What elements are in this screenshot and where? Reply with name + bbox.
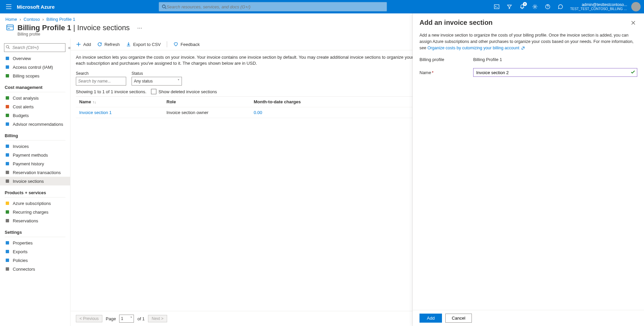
topbar-actions: 8 admin@testtestcontoso... TEST_TEST_CON… [491,1,641,12]
valid-check-icon [631,70,635,74]
billing-profile-label: Billing profile [419,57,473,62]
sidebar-item-iam[interactable]: Access control (IAM) [0,63,70,71]
svg-rect-21 [6,241,9,245]
svg-rect-9 [6,96,9,100]
svg-rect-24 [6,267,9,271]
page-select[interactable]: 1 ˅ [119,315,134,323]
account-info[interactable]: admin@testtestcontoso... TEST_TEST_CONTO… [570,2,627,11]
svg-rect-16 [6,171,9,174]
refresh-button[interactable]: Refresh [97,42,120,47]
sort-icon: ↑↓ [92,100,96,104]
cloud-shell-button[interactable] [491,1,502,12]
svg-rect-14 [6,153,9,157]
show-deleted-label: Show deleted invoice sections [158,89,217,94]
sidebar-item-invoices[interactable]: Invoices [0,142,70,151]
sidebar-item-cost-alerts[interactable]: Cost alerts [0,102,70,111]
connectors-icon [5,266,10,272]
sidebar-item-overview[interactable]: Overview [0,54,70,63]
invoice-section-name-input[interactable] [473,68,637,77]
sidebar-item-reservation-trans[interactable]: Reservation transactions [0,168,70,177]
svg-rect-15 [6,162,9,165]
sidebar-group-title: Products + services [0,189,70,197]
cloud-shell-icon [494,4,499,9]
payment-history-icon [5,161,10,166]
mtd-value[interactable]: 0.00 [254,110,262,115]
svg-rect-18 [6,202,9,205]
plus-icon [76,42,81,47]
sidebar-item-label: Azure subscriptions [13,201,51,206]
notifications-button[interactable]: 8 [516,1,528,12]
learn-more-link[interactable]: Organize costs by cutomizing your billin… [428,46,519,50]
chevron-down-icon: ˅ [130,316,132,321]
svg-rect-19 [6,210,9,214]
sidebar-item-label: Payment history [13,161,44,166]
col-header-role[interactable]: Role [163,97,250,107]
sidebar-item-subscriptions[interactable]: Azure subscriptions [0,199,70,208]
sidebar-item-label: Reservations [13,218,38,223]
blade-cancel-button[interactable]: Cancel [445,314,472,323]
sidebar-item-policies[interactable]: Policies [0,256,70,265]
menu-toggle-button[interactable] [3,1,14,12]
add-button[interactable]: Add [76,42,91,47]
breadcrumb-home[interactable]: Home [5,17,17,22]
sidebar-item-invoice-sections[interactable]: Invoice sections [0,177,70,185]
feedback-button-top[interactable] [555,1,566,12]
sidebar-item-scopes[interactable]: Billing scopes [0,71,70,80]
sidebar-group-title: Cost management [0,84,70,91]
breadcrumb-billing-profile[interactable]: Billing Profile 1 [46,17,75,22]
sidebar-item-label: Overview [13,56,31,61]
prev-page-button[interactable]: < Previous [76,315,102,322]
invoice-sections-icon [5,178,10,184]
global-search[interactable] [159,2,387,11]
sidebar-item-label: Payment methods [13,153,48,158]
sidebar-item-reservations[interactable]: Reservations [0,216,70,225]
svg-rect-17 [6,179,9,183]
overview-icon [5,56,10,61]
show-deleted-checkbox[interactable] [151,89,156,94]
close-icon [631,20,636,25]
svg-rect-23 [6,259,9,262]
sidebar-item-payment-methods[interactable]: Payment methods [0,151,70,159]
search-icon [162,4,166,9]
invoices-icon [5,144,10,149]
feedback-button[interactable]: Feedback [173,42,200,47]
global-search-input[interactable] [166,4,384,9]
status-filter-select[interactable]: Any status ˅ [132,77,182,86]
sidebar-group-title: Billing [0,132,70,140]
directory-filter-button[interactable] [504,1,515,12]
help-button[interactable] [542,1,553,12]
search-filter-input[interactable] [76,77,126,86]
external-link-icon [521,46,525,50]
more-actions-button[interactable]: ··· [137,24,142,32]
sidebar-item-recurring[interactable]: Recurring charges [0,208,70,216]
svg-rect-11 [6,114,9,117]
col-header-name[interactable]: Name ↑↓ [76,97,163,107]
avatar[interactable] [631,2,641,11]
sidebar-item-label: Invoice sections [13,179,44,184]
sidebar-item-properties[interactable]: Properties [0,238,70,247]
global-search-wrap [55,2,491,11]
sidebar-item-connectors[interactable]: Connectors [0,265,70,273]
subscriptions-icon [5,201,10,206]
sidebar-item-advisor[interactable]: Advisor recommendations [0,120,70,128]
policies-icon [5,258,10,263]
export-button[interactable]: Export to CSV [126,42,161,47]
blade-add-button[interactable]: Add [419,314,442,323]
sidebar-item-label: Invoices [13,144,29,149]
sidebar-search-input[interactable] [4,43,65,52]
blade-title: Add an invoice section [419,19,629,26]
close-blade-button[interactable] [629,19,637,27]
sidebar-item-exports[interactable]: Exports [0,247,70,256]
sidebar-item-label: Properties [13,240,33,246]
sidebar-item-label: Advisor recommendations [13,122,63,127]
page-label: Page [106,316,116,321]
sidebar-item-budgets[interactable]: Budgets [0,111,70,120]
next-page-button[interactable]: Next > [148,315,167,322]
sidebar-item-cost-analysis[interactable]: Cost analysis [0,94,70,102]
search-filter-label: Search [76,71,126,76]
settings-button[interactable] [529,1,541,12]
scopes-icon [5,73,10,78]
invoice-section-link[interactable]: Invoice section 1 [79,110,112,115]
sidebar-item-payment-history[interactable]: Payment history [0,159,70,168]
breadcrumb-contoso[interactable]: Contoso [23,17,40,22]
